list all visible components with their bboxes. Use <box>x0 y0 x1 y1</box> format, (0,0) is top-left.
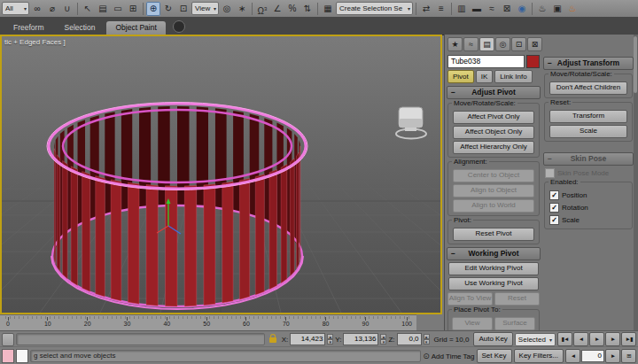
ribbon-tab-object-paint[interactable]: Object Paint <box>106 21 165 35</box>
tab-display-icon[interactable]: ⊡ <box>511 37 526 51</box>
edit-working-pivot-button[interactable]: Edit Working Pivot <box>448 262 539 275</box>
affect-hierarchy-only-button[interactable]: Affect Hierarchy Only <box>453 141 534 154</box>
rectangular-selection-region-icon[interactable]: ▭ <box>111 2 125 16</box>
select-and-scale-icon[interactable]: ⊡ <box>176 2 191 16</box>
play-button[interactable]: ► <box>589 332 604 346</box>
checkbox-box[interactable] <box>545 168 555 178</box>
place-pivot-view-button[interactable]: View <box>452 317 493 330</box>
rendered-frame-window-icon[interactable]: ▣ <box>550 2 564 16</box>
go-to-end-button[interactable]: ►▮ <box>621 332 636 346</box>
x-spinner[interactable]: ▴▾ <box>327 334 333 345</box>
frame-field[interactable]: 0 <box>581 350 604 362</box>
rotation-checkbox[interactable]: ✓ Rotation <box>549 203 627 213</box>
select-and-manipulate-icon[interactable]: ∗ <box>235 2 249 16</box>
select-object-icon[interactable]: ↖ <box>81 2 95 16</box>
tab-pivot[interactable]: Pivot <box>447 70 474 83</box>
checkbox-box[interactable]: ✓ <box>549 215 559 225</box>
align-icon[interactable]: ≡ <box>434 2 448 16</box>
use-pivot-point-center-icon[interactable]: ◎ <box>220 2 234 16</box>
rollout-skin-pose[interactable]: − Skin Pose <box>543 152 634 166</box>
rollout-adjust-pivot[interactable]: − Adjust Pivot <box>447 86 541 99</box>
use-working-pivot-button[interactable]: Use Working Pivot <box>448 277 539 290</box>
edit-named-selection-sets-icon[interactable]: ▦ <box>321 2 335 16</box>
ribbon-tab-freeform[interactable]: Freeform <box>4 21 52 35</box>
tab-hierarchy-icon[interactable]: ▤ <box>479 37 494 51</box>
maxscript-mini-listener[interactable] <box>16 349 28 363</box>
layer-manager-icon[interactable]: ▥ <box>455 2 469 16</box>
reset-scale-button[interactable]: Scale <box>549 125 627 138</box>
graphite-ribbon-toggle-icon[interactable]: ▬ <box>470 2 484 16</box>
checkbox-box[interactable]: ✓ <box>549 190 559 200</box>
checkbox-box[interactable]: ✓ <box>549 203 559 213</box>
object-name-field[interactable]: Tube038 <box>447 55 525 68</box>
align-to-view-button[interactable]: Align To View <box>447 292 493 306</box>
ribbon-menu-button[interactable] <box>173 20 185 33</box>
align-to-object-button[interactable]: Align to Object <box>453 184 534 197</box>
scale-checkbox[interactable]: ✓ Scale <box>549 215 627 225</box>
schematic-view-icon[interactable]: ⊠ <box>500 2 514 16</box>
go-to-start-button[interactable]: ▮◄ <box>557 332 572 346</box>
selection-filter-dropdown[interactable]: All▾ <box>2 2 29 15</box>
reset-transform-button[interactable]: Transform <box>549 110 627 123</box>
tab-create-icon[interactable]: ★ <box>447 37 463 51</box>
angle-snap-icon[interactable]: ∠ <box>270 2 284 16</box>
viewport-canvas[interactable] <box>2 36 440 313</box>
spinner-snap-icon[interactable]: ⇅ <box>300 2 315 16</box>
x-coordinate-field[interactable]: 14,423 <box>290 333 325 345</box>
unlink-selection-icon[interactable]: ⌀ <box>45 2 59 16</box>
auto-key-button[interactable]: Auto Key <box>473 332 512 346</box>
position-checkbox[interactable]: ✓ Position <box>549 190 627 200</box>
y-coordinate-field[interactable]: 13,136 <box>343 333 378 345</box>
z-coordinate-field[interactable]: 0,0 <box>397 333 422 345</box>
select-by-name-icon[interactable]: ▤ <box>96 2 110 16</box>
previous-frame-button[interactable]: ◄ <box>573 332 588 346</box>
affect-pivot-only-button[interactable]: Affect Pivot Only <box>453 111 534 124</box>
panel-scrollbar[interactable] <box>634 35 638 330</box>
macro-recor​der-mini-listener[interactable] <box>2 349 14 363</box>
set-key-button[interactable]: Set Key <box>477 349 512 363</box>
place-pivot-surface-button[interactable]: Surface <box>494 317 535 330</box>
bind-to-space-warp-icon[interactable]: ∪ <box>60 2 74 16</box>
trackbar-mini-button[interactable] <box>2 333 14 346</box>
rollout-working-pivot[interactable]: − Working Pivot <box>447 247 541 260</box>
reset-pivot-button[interactable]: Reset Pivot <box>453 228 534 241</box>
key-selection-dropdown[interactable]: Selected▾ <box>515 333 556 346</box>
select-and-rotate-icon[interactable]: ↻ <box>161 2 175 16</box>
tab-modify-icon[interactable]: ≈ <box>463 37 478 51</box>
window-crossing-icon[interactable]: ⊞ <box>126 2 140 16</box>
add-time-tag-label[interactable]: Add Time Tag <box>432 352 475 360</box>
z-spinner[interactable]: ▴▾ <box>424 334 430 345</box>
scrollbar-thumb[interactable] <box>634 36 637 93</box>
selection-lock-icon[interactable] <box>269 337 276 343</box>
reset-working-pivot-button[interactable]: Reset <box>494 292 540 306</box>
percent-snap-icon[interactable]: % <box>285 2 300 16</box>
previous-key-button[interactable]: ◄ <box>565 349 580 363</box>
y-spinner[interactable]: ▴▾ <box>380 334 386 345</box>
affect-object-only-button[interactable]: Affect Object Only <box>453 126 534 139</box>
render-setup-icon[interactable]: ♨ <box>535 2 549 16</box>
select-and-link-icon[interactable]: ∞ <box>30 2 44 16</box>
skin-pose-mode-checkbox[interactable]: Skin Pose Mode <box>545 168 632 178</box>
curve-editor-icon[interactable]: ≈ <box>485 2 499 16</box>
tab-link-info[interactable]: Link Info <box>494 70 532 83</box>
track-bar[interactable]: 0102030405060708090100 <box>0 314 416 331</box>
snaps-toggle-icon[interactable]: Ω3 <box>255 2 269 16</box>
key-filters-button[interactable]: Key Filters... <box>514 349 564 363</box>
object-color-swatch[interactable] <box>526 55 540 68</box>
next-key-button[interactable]: ► <box>605 349 620 363</box>
named-selection-set-dropdown[interactable]: Create Selection Se▾ <box>336 2 413 15</box>
select-and-move-icon[interactable]: ⊕ <box>146 2 160 16</box>
render-production-icon[interactable]: ♨ <box>565 2 580 16</box>
viewport[interactable]: tic + Edged Faces ] <box>0 35 442 314</box>
mirror-icon[interactable]: ⇄ <box>419 2 433 16</box>
dont-affect-children-button[interactable]: Don't Affect Children <box>549 81 627 95</box>
ribbon-tab-selection[interactable]: Selection <box>55 21 104 35</box>
material-editor-icon[interactable]: ◉ <box>515 2 529 16</box>
rollout-adjust-transform[interactable]: − Adjust Transform <box>543 57 634 70</box>
tab-utilities-icon[interactable]: ⊠ <box>527 37 542 51</box>
viewport-shading-label[interactable]: tic + Edged Faces ] <box>4 38 66 46</box>
tab-motion-icon[interactable]: ◎ <box>495 37 510 51</box>
tab-ik[interactable]: IK <box>476 70 494 83</box>
align-to-world-button[interactable]: Align to World <box>453 199 534 213</box>
center-to-object-button[interactable]: Center to Object <box>453 169 534 182</box>
